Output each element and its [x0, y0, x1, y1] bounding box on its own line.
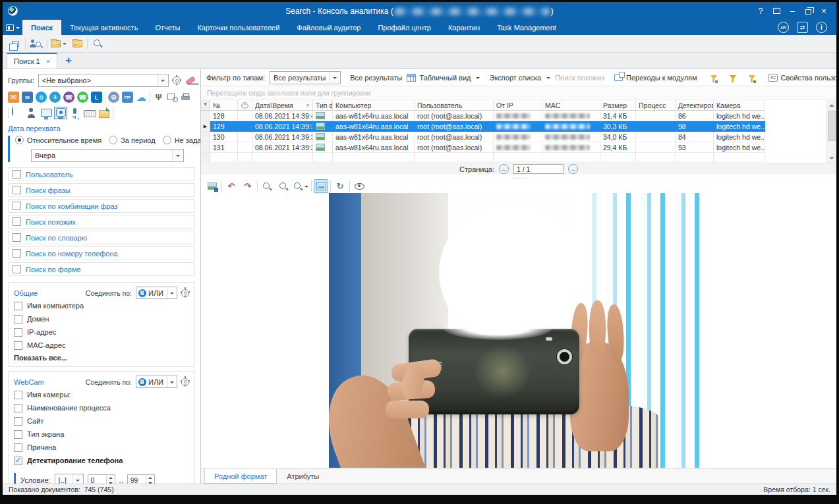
previous-page-button[interactable]: ← — [499, 164, 509, 174]
usb-channel-icon[interactable] — [153, 92, 164, 103]
filter-phrase[interactable]: Поиск фразы — [8, 183, 195, 197]
ftp-channel-icon[interactable] — [122, 92, 133, 103]
field-computer-name[interactable]: Имя компьютера — [14, 299, 189, 312]
menu-tab-quarantine[interactable]: Карантин — [440, 20, 488, 35]
field-reason[interactable]: Причина — [14, 441, 189, 454]
rotate-left-button[interactable] — [224, 179, 239, 193]
not-set-radio[interactable] — [163, 136, 171, 144]
menu-tab-poisk[interactable]: Поиск — [22, 20, 61, 35]
spin-up-icon[interactable] — [107, 475, 115, 481]
join-combobox[interactable]: ИЛИ — [136, 376, 177, 388]
lync-channel-icon[interactable] — [91, 92, 102, 103]
export-list-button[interactable]: Экспорт списка — [489, 74, 550, 82]
fit-to-window-button[interactable] — [314, 179, 328, 193]
monitor-channel-icon[interactable] — [40, 107, 52, 119]
type-filter-combobox[interactable]: Все результаты — [270, 71, 341, 84]
import-button[interactable] — [70, 37, 84, 51]
http-channel-icon[interactable] — [108, 92, 119, 103]
spin-down-icon[interactable] — [146, 480, 154, 484]
close-tab-icon[interactable]: × — [46, 57, 50, 65]
export-button[interactable] — [50, 37, 67, 51]
microphone-channel-icon[interactable] — [69, 107, 81, 119]
field-ip[interactable]: IP-адрес — [14, 325, 189, 339]
webcam-channel-icon[interactable] — [55, 107, 67, 119]
all-results-button[interactable]: Все результаты — [350, 74, 402, 82]
splitter-grip[interactable] — [201, 175, 836, 179]
services-icon[interactable] — [797, 22, 808, 33]
filter-form[interactable]: Поиск по форме — [8, 262, 195, 276]
view-mode-button[interactable] — [352, 179, 366, 193]
spin-down-icon[interactable] — [107, 480, 115, 484]
group-by-bar[interactable]: Перетащите сюда заголовок поля для групп… — [201, 86, 836, 100]
help-button[interactable]: ? — [753, 5, 768, 18]
zoom-out-button[interactable] — [276, 179, 291, 193]
chevron-down-icon[interactable] — [329, 72, 340, 84]
info-icon[interactable] — [816, 22, 827, 33]
column-header-ip[interactable]: От IP — [494, 100, 542, 111]
checkbox[interactable] — [14, 315, 22, 323]
checkbox[interactable] — [14, 443, 22, 452]
relative-time-radio[interactable] — [15, 136, 24, 144]
column-header-tag[interactable] — [238, 100, 252, 111]
checkbox[interactable] — [13, 265, 21, 273]
menu-tab-user-cards[interactable]: Карточки пользователей — [188, 20, 288, 35]
scroll-down-icon[interactable] — [827, 153, 836, 163]
eraser-icon[interactable] — [185, 76, 195, 85]
checkbox[interactable] — [14, 430, 22, 439]
checkbox[interactable] — [13, 249, 21, 258]
search-tab-1[interactable]: Поиск 1 × — [7, 53, 57, 69]
user-activity-channel-icon[interactable] — [26, 107, 38, 119]
column-header-num[interactable]: № — [210, 100, 238, 111]
time-channel-icon[interactable] — [11, 107, 23, 119]
original-size-button[interactable] — [333, 179, 347, 193]
groups-combobox[interactable]: <Не выбрано> — [38, 74, 169, 87]
relative-time-combobox[interactable]: Вчера — [31, 149, 184, 162]
filter-phrase-combination[interactable]: Поиск по комбинации фраз — [8, 199, 195, 213]
field-mac[interactable]: MAC-адрес — [14, 339, 189, 352]
field-camera-name[interactable]: Имя камеры: — [14, 388, 189, 401]
column-header-mac[interactable]: MAC — [542, 100, 600, 111]
condition-to-stepper[interactable]: 99 — [127, 474, 155, 484]
user-properties-button[interactable]: Свойства пользо... — [768, 74, 836, 82]
filter-funnel-1-button[interactable] — [707, 70, 721, 84]
device-search-channel-icon[interactable] — [167, 92, 178, 103]
filter-phone-number[interactable]: Поиск по номеру телефона — [8, 246, 195, 260]
column-header-datetime[interactable]: Дата\Время — [252, 100, 313, 111]
minimize-button[interactable]: – — [785, 5, 799, 18]
next-page-button[interactable]: → — [568, 164, 578, 174]
table-view-button[interactable]: Табличный вид — [407, 74, 480, 82]
show-all-link[interactable]: Показать все... — [14, 354, 189, 362]
column-header-user[interactable]: Пользователь — [415, 100, 494, 111]
modules-button[interactable]: Переходы к модулям — [614, 74, 697, 82]
chevron-down-icon[interactable] — [72, 474, 83, 484]
field-screen-type[interactable]: Тип экрана — [14, 428, 189, 441]
checkbox[interactable] — [14, 391, 22, 399]
filter-dictionary[interactable]: Поиск по словарю — [8, 231, 195, 244]
join-combobox[interactable]: ИЛИ — [136, 287, 177, 299]
menu-tab-file-auditor[interactable]: Файловый аудитор — [288, 20, 369, 35]
add-tab-button[interactable]: + — [65, 54, 72, 67]
chevron-down-icon[interactable] — [167, 287, 177, 298]
field-process-name[interactable]: Наименование процесса — [14, 401, 189, 414]
checkbox[interactable] — [13, 186, 21, 194]
user-search-button[interactable] — [28, 37, 44, 51]
table-scrollbar[interactable] — [826, 100, 836, 163]
filter-funnel-3-button[interactable] — [745, 70, 759, 84]
files-channel-icon[interactable] — [98, 107, 110, 119]
menu-tab-task-management[interactable]: Task Management — [488, 20, 565, 35]
checkbox[interactable] — [13, 217, 21, 226]
filter-funnel-2-button[interactable] — [726, 70, 740, 84]
scroll-up-icon[interactable] — [827, 100, 836, 110]
column-header-camera[interactable]: Камера — [714, 100, 765, 111]
checkbox[interactable] — [14, 341, 22, 350]
menu-tab-profile-center[interactable]: Профайл центр — [369, 20, 439, 35]
column-header-filetype[interactable]: Тип фа — [313, 100, 333, 111]
im-channel-icon[interactable] — [22, 92, 33, 103]
chevron-down-icon[interactable] — [172, 150, 183, 161]
field-site[interactable]: Сайт — [14, 414, 189, 428]
checkbox[interactable] — [14, 328, 22, 337]
telegram-channel-icon[interactable] — [49, 92, 61, 103]
menu-tab-current-activity[interactable]: Текущая активность — [61, 20, 146, 35]
zoom-level-button[interactable] — [293, 179, 309, 193]
cloud-channel-icon[interactable] — [136, 92, 147, 103]
